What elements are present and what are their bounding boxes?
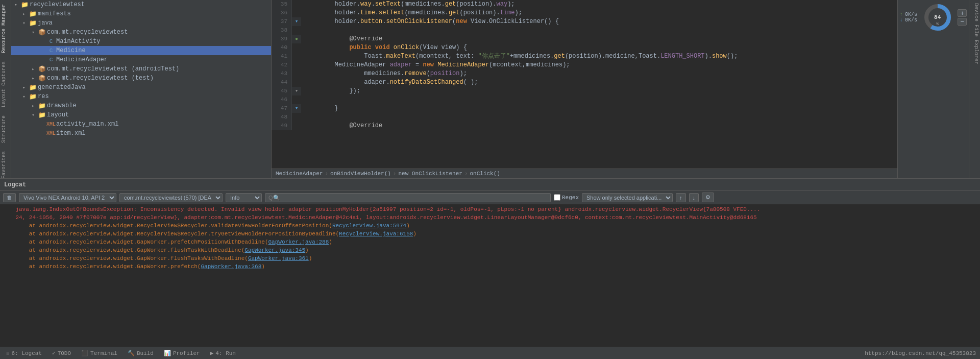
logcat-output[interactable]: java.lang.IndexOutOfBoundsException: Inc… [0, 204, 980, 347]
traffic-panel: ↑ 0K/s ↓ 0K/s 84 % [897, 0, 969, 178]
arrow-icon [20, 84, 28, 91]
tree-label: generatedJava [38, 84, 86, 91]
logcat-search-input[interactable] [265, 193, 551, 202]
tree-item-res[interactable]: 📁 res [11, 92, 271, 101]
tree-item-medicineadaper[interactable]: C MedicineAdaper [11, 55, 271, 64]
logcat-header: Logcat [0, 179, 980, 191]
code-line-37: 37 ▾ holder.button.setOnClickListener(ne… [272, 17, 897, 26]
arrow-icon [30, 102, 37, 109]
layout-captures-tab[interactable]: Layout Captures [0, 57, 11, 111]
tree-item-drawable[interactable]: 📁 drawable [11, 101, 271, 110]
status-terminal[interactable]: ⬛ Terminal [79, 350, 119, 356]
xml-file-icon: XML [47, 121, 55, 128]
stack-link-6[interactable]: GapWorker.java:368 [201, 264, 261, 270]
spacer [39, 56, 46, 63]
tree-item-mainactivity[interactable]: C MainActivity [11, 37, 271, 46]
logcat-toolbar: 🗑 Vivo Vivo NEX Android 10, API 2 com.mt… [0, 191, 980, 204]
status-build[interactable]: 🔨 Build [126, 350, 156, 356]
structure-tab[interactable]: Structure [0, 111, 11, 147]
tree-label: MedicineAdaper [56, 56, 108, 63]
log-line-6: at androidx.recyclerview.widget.GapWorke… [2, 246, 978, 254]
code-line-39: 39 ● @Override [272, 35, 897, 43]
tree-label: recycleviewtest [30, 1, 85, 8]
code-line-35: 35 holder.way.setText(mmedicines.get(pos… [272, 0, 897, 9]
java-file-icon: C [47, 38, 55, 45]
folder-icon: 📁 [29, 19, 36, 27]
breadcrumb-item-1[interactable]: MedicineAdaper [276, 171, 323, 177]
code-content[interactable]: 35 holder.way.setText(mmedicines.get(pos… [272, 0, 897, 169]
log-level-select[interactable]: Info Verbose Debug Warn Error [226, 193, 262, 202]
terminal-icon: ⬛ [81, 350, 88, 356]
todo-icon: ✓ [52, 350, 56, 356]
stack-link-3[interactable]: GapWorker.java:288 [268, 239, 329, 245]
settings-btn[interactable]: ⚙ [702, 193, 714, 202]
stack-link-2[interactable]: RecyclerView.java:6158 [339, 231, 413, 237]
folder-icon: 📁 [29, 93, 36, 100]
tree-label: res [38, 93, 49, 100]
scroll-down-btn[interactable]: ↓ [689, 193, 699, 202]
show-select[interactable]: Show only selected applicati... [582, 193, 673, 202]
upload-speed: 0K/s [905, 12, 917, 17]
tree-label: java [38, 19, 53, 27]
regex-checkbox[interactable] [554, 194, 560, 201]
traffic-plus-btn[interactable]: + [958, 9, 967, 17]
resource-manager-tab[interactable]: Resource Manager [0, 0, 11, 57]
traffic-speed-display: ↑ 0K/s ↓ 0K/s [900, 12, 917, 23]
breadcrumb-bar: MedicineAdaper › onBindViewHolder() › ne… [272, 169, 897, 178]
regex-checkbox-label[interactable]: Regex [554, 194, 579, 201]
favorites-tab[interactable]: Favorites [0, 147, 11, 178]
tree-item-test[interactable]: 📦 com.mt.recycleviewtest (test) [11, 74, 271, 83]
breadcrumb-item-4[interactable]: onClick() [470, 171, 500, 177]
device-select[interactable]: Vivo Vivo NEX Android 10, API 2 [19, 193, 116, 202]
breadcrumb-sep: › [325, 171, 328, 177]
code-line-46: 46 [272, 95, 897, 104]
package-icon: 📦 [38, 65, 45, 73]
package-select[interactable]: com.mt.recycleviewtest (570) [DEA [119, 193, 223, 202]
code-line-45: 45 ▾ }); [272, 87, 897, 95]
clear-logcat-btn[interactable]: 🗑 [3, 193, 16, 202]
spacer [39, 121, 46, 128]
tree-label: layout [47, 111, 69, 118]
tree-item-java[interactable]: 📁 java [11, 18, 271, 28]
tree-item-medicine[interactable]: C Medicine [11, 46, 271, 55]
stack-link-1[interactable]: RecyclerView.java:5974 [332, 223, 406, 229]
tree-label: item.xml [56, 130, 86, 137]
download-arrow-icon: ↓ [900, 17, 903, 23]
status-logcat[interactable]: ≡ 6: Logcat [4, 350, 44, 356]
tree-item-layout[interactable]: 📁 layout [11, 110, 271, 119]
tree-item-item-xml[interactable]: XML item.xml [11, 129, 271, 138]
breadcrumb-sep: › [464, 171, 468, 177]
tree-item-root[interactable]: 📁 recycleviewtest [11, 0, 271, 9]
cpu-percent: 84 [934, 14, 941, 20]
stack-link-4[interactable]: GapWorker.java:345 [244, 247, 305, 253]
arrow-icon [30, 75, 37, 82]
status-profiler[interactable]: 📊 Profiler [162, 350, 202, 356]
arrow-icon [20, 93, 28, 100]
breadcrumb-item-3[interactable]: new OnClickListener [398, 171, 462, 177]
scroll-up-btn[interactable]: ↑ [676, 193, 686, 202]
tree-label: com.mt.recycleviewtest [47, 29, 128, 36]
tree-item-com-mt[interactable]: 📦 com.mt.recycleviewtest [11, 28, 271, 37]
log-line-2: 24, 24-1056, 2040 #7f07007e app:id/recyc… [2, 213, 978, 222]
logcat-label: 6: Logcat [12, 350, 42, 356]
device-file-explorer-tab[interactable]: Device File Explorer [969, 0, 980, 178]
traffic-minus-btn[interactable]: − [958, 18, 967, 26]
left-panel-tabs: Resource Manager Layout Captures Structu… [0, 0, 11, 178]
breadcrumb-item-2[interactable]: onBindViewHolder() [330, 171, 391, 177]
breadcrumb-sep: › [393, 171, 397, 177]
code-line-38: 38 [272, 26, 897, 35]
status-run[interactable]: ▶ 4: Run [208, 350, 238, 356]
tree-item-activity-main[interactable]: XML activity_main.xml [11, 119, 271, 129]
log-line-5: at androidx.recyclerview.widget.GapWorke… [2, 238, 978, 246]
tree-item-manifests[interactable]: 📁 manifests [11, 9, 271, 18]
tree-item-androidtest[interactable]: 📦 com.mt.recycleviewtest (androidTest) [11, 64, 271, 74]
todo-label: TODO [58, 350, 71, 356]
build-label: Build [137, 350, 154, 356]
code-line-49: 49 @Override [272, 122, 897, 130]
stack-link-5[interactable]: GapWorker.java:361 [248, 255, 309, 261]
xml-file-icon: XML [47, 130, 55, 137]
tree-item-generated[interactable]: 📁 generatedJava [11, 83, 271, 92]
log-line-7: at androidx.recyclerview.widget.GapWorke… [2, 254, 978, 262]
logcat-panel: Logcat 🗑 Vivo Vivo NEX Android 10, API 2… [0, 178, 980, 347]
status-todo[interactable]: ✓ TODO [50, 350, 73, 356]
